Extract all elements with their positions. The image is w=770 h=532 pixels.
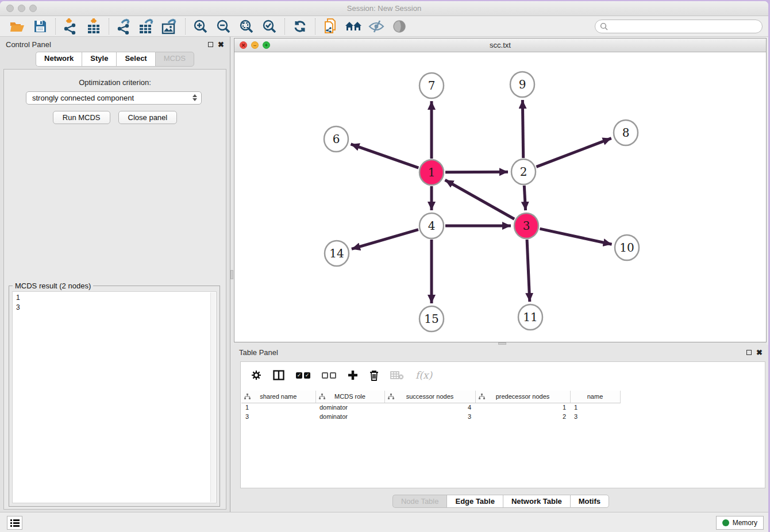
table-split-view-button[interactable] — [273, 370, 284, 380]
table-cell[interactable]: dominator — [315, 412, 384, 421]
import-table-icon — [87, 18, 101, 34]
table-select-all-button[interactable]: ✓ ✓ — [296, 372, 310, 379]
open-session-button[interactable] — [6, 18, 29, 35]
zoom-fit-icon — [239, 19, 254, 34]
optimization-criterion-select[interactable]: strongly connected component — [26, 91, 202, 105]
export-image-button[interactable] — [159, 18, 182, 35]
graph-edge-3-11[interactable] — [527, 240, 530, 302]
table-delete-table-button[interactable] — [390, 371, 404, 380]
table-settings-button[interactable] — [251, 370, 261, 380]
zoom-fit-button[interactable] — [235, 18, 258, 35]
zoom-selected-icon — [262, 19, 277, 34]
graph-edge-2-8[interactable] — [536, 138, 611, 167]
application-window: Session: New Session — [0, 1, 768, 532]
zoom-selected-button[interactable] — [258, 18, 281, 35]
svg-text:11: 11 — [523, 310, 537, 324]
graph-node-7[interactable]: 7 — [419, 73, 444, 98]
select-stepper-icon — [192, 94, 197, 101]
table-cell[interactable]: 1 — [241, 403, 315, 412]
table-add-button[interactable] — [348, 370, 358, 380]
close-panel-button[interactable]: Close panel — [118, 111, 178, 124]
export-network-button[interactable] — [113, 18, 136, 35]
toolbar-separator — [55, 18, 56, 34]
column-header[interactable]: name — [570, 391, 620, 403]
function-builder-button[interactable]: f(x) — [415, 369, 432, 381]
level-of-detail-button[interactable] — [388, 18, 411, 35]
network-canvas[interactable]: 7968124314101511 — [234, 52, 766, 342]
close-table-panel-icon[interactable]: ✖ — [756, 350, 763, 355]
table-cell[interactable]: dominator — [315, 403, 384, 412]
memory-button[interactable]: Memory — [716, 516, 764, 530]
tab-mcds[interactable]: MCDS — [155, 52, 194, 67]
search-container — [595, 20, 763, 33]
hierarchy-icon — [244, 394, 251, 400]
graph-node-10[interactable]: 10 — [615, 235, 639, 260]
save-icon — [34, 20, 47, 33]
graph-node-9[interactable]: 9 — [510, 72, 534, 97]
close-panel-icon[interactable]: ✖ — [218, 42, 224, 47]
delete-table-icon — [390, 371, 404, 380]
tab-network[interactable]: Network — [36, 52, 82, 67]
tab-node-table[interactable]: Node Table — [392, 495, 447, 508]
graph-node-4[interactable]: 4 — [419, 213, 444, 238]
table-cell[interactable]: 3 — [384, 412, 475, 421]
result-scrollbar[interactable] — [210, 292, 215, 502]
graph-node-2[interactable]: 2 — [511, 159, 536, 184]
checked-box-icon: ✓ — [296, 372, 302, 379]
table-row[interactable]: 3dominator323 — [241, 412, 620, 421]
zoom-in-button[interactable] — [189, 18, 212, 35]
table-deselect-all-button[interactable] — [322, 372, 336, 379]
network-graph[interactable]: 7968124314101511 — [234, 52, 766, 342]
graph-node-6[interactable]: 6 — [324, 126, 348, 152]
export-table-button[interactable] — [136, 18, 159, 35]
graph-node-14[interactable]: 14 — [325, 241, 349, 266]
graph-edge-1-6[interactable] — [351, 144, 418, 168]
float-panel-icon[interactable] — [208, 42, 213, 47]
table-cell[interactable]: 2 — [475, 412, 570, 421]
graph-node-1[interactable]: 1 — [419, 160, 444, 185]
graph-edge-3-10[interactable] — [540, 229, 611, 244]
table-row[interactable]: 1dominator411 — [241, 403, 620, 412]
tab-select[interactable]: Select — [116, 52, 155, 67]
graph-edge-2-3[interactable] — [524, 186, 525, 210]
hide-panel-button[interactable] — [365, 18, 388, 35]
tab-style[interactable]: Style — [82, 52, 116, 67]
column-header[interactable]: successor nodes — [384, 391, 475, 403]
column-header[interactable]: MCDS role — [315, 391, 384, 403]
refresh-button[interactable] — [288, 18, 311, 35]
zoom-out-button[interactable] — [212, 18, 235, 35]
table-panel-title: Table Panel — [239, 348, 278, 357]
search-input[interactable] — [595, 20, 763, 33]
graph-node-15[interactable]: 15 — [419, 306, 444, 331]
table-cell[interactable]: 1 — [475, 403, 570, 412]
tab-motifs[interactable]: Motifs — [570, 495, 609, 508]
graph-node-3[interactable]: 3 — [514, 213, 538, 238]
network-from-selection-button[interactable] — [319, 18, 342, 35]
eye-slash-icon — [368, 20, 384, 33]
column-header[interactable]: predecessor nodes — [475, 391, 570, 403]
graph-node-8[interactable]: 8 — [614, 120, 638, 145]
graph-edge-3-1[interactable] — [445, 180, 515, 219]
mcds-result-area[interactable]: 1 3 — [12, 291, 217, 503]
import-network-button[interactable] — [59, 18, 82, 35]
column-header[interactable]: shared name — [241, 391, 315, 403]
table-cell[interactable]: 3 — [570, 412, 620, 421]
run-mcds-button[interactable]: Run MCDS — [53, 111, 110, 124]
tab-edge-table[interactable]: Edge Table — [446, 495, 502, 508]
tab-network-table[interactable]: Network Table — [503, 495, 570, 508]
graph-edge-4-14[interactable] — [352, 230, 418, 249]
float-table-panel-icon[interactable] — [746, 350, 752, 355]
table-cell[interactable]: 4 — [384, 403, 475, 412]
show-log-button[interactable] — [7, 516, 22, 530]
graph-edge-1-2[interactable] — [445, 172, 508, 172]
graph-edge-2-9[interactable] — [522, 100, 523, 158]
table-cell[interactable]: 1 — [570, 403, 620, 412]
network-window-titlebar[interactable]: ✕ – + scc.txt — [234, 38, 766, 52]
home-view-button[interactable] — [342, 18, 365, 35]
table-delete-button[interactable] — [369, 370, 379, 381]
svg-text:10: 10 — [619, 241, 634, 255]
import-table-button[interactable] — [82, 18, 105, 35]
save-session-button[interactable] — [29, 18, 52, 35]
graph-node-11[interactable]: 11 — [518, 304, 542, 330]
table-cell[interactable]: 3 — [241, 412, 315, 421]
